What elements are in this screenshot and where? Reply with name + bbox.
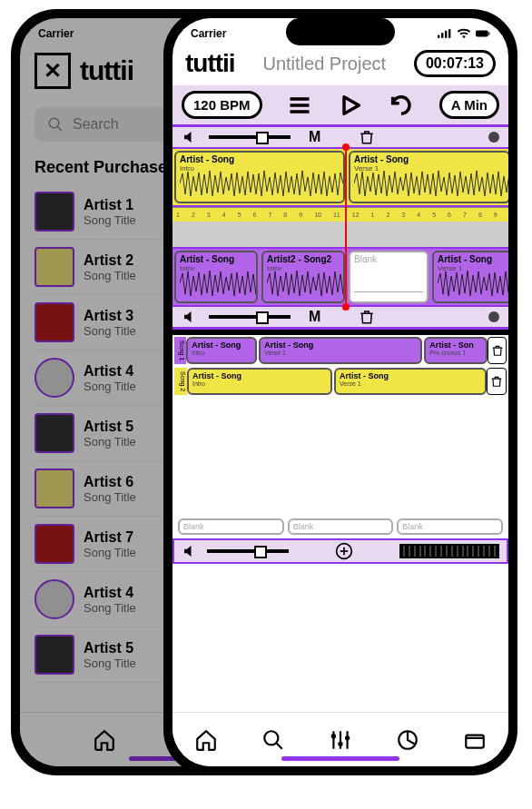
- carrier-label: Carrier: [38, 27, 74, 40]
- master-controls: [172, 538, 508, 564]
- svg-rect-11: [488, 32, 489, 35]
- search-placeholder: Search: [73, 116, 119, 133]
- track-controls: M: [172, 307, 508, 327]
- svg-point-23: [338, 741, 342, 745]
- close-button[interactable]: ✕: [34, 53, 71, 89]
- transport-bar: 120 BPM A Min: [172, 85, 508, 124]
- ruler: 12345678910111212345678910: [172, 207, 508, 222]
- row-label: Song 2: [174, 368, 187, 395]
- master-volume[interactable]: [207, 549, 289, 553]
- svg-line-19: [276, 743, 282, 749]
- waveform: [438, 269, 508, 298]
- foreground-phone: Carrier tuttii Untitled Project 00:07:13…: [163, 9, 517, 775]
- blank-row: Blank Blank Blank: [174, 517, 507, 537]
- svg-rect-6: [438, 35, 439, 38]
- blank-slot[interactable]: Blank: [397, 518, 503, 535]
- playhead[interactable]: [345, 147, 347, 307]
- svg-point-25: [345, 735, 350, 740]
- blank-clip[interactable]: Blank: [349, 251, 429, 303]
- waveform: [354, 169, 508, 198]
- speaker-icon[interactable]: [182, 543, 198, 559]
- blank-slot[interactable]: Blank: [178, 518, 284, 535]
- app-logo: tuttii: [185, 49, 235, 78]
- app-logo: tuttii: [80, 55, 133, 86]
- key-button[interactable]: A Min: [439, 91, 499, 119]
- svg-rect-9: [448, 29, 450, 38]
- svg-rect-7: [441, 33, 443, 38]
- audio-clip[interactable]: Artist2 - Song2 Intro: [261, 251, 345, 303]
- home-icon[interactable]: [93, 728, 116, 752]
- add-icon[interactable]: [335, 542, 353, 560]
- delete-row-button[interactable]: [488, 337, 507, 364]
- volume-slider[interactable]: [209, 315, 291, 319]
- audio-clip[interactable]: Artist - Song Intro: [174, 151, 345, 203]
- track-purple[interactable]: Artist - Song Intro Artist2 - Song2 Intr…: [172, 247, 508, 307]
- svg-point-21: [331, 733, 336, 737]
- signal-icon: [438, 28, 452, 39]
- svg-line-3: [57, 126, 62, 131]
- home-icon[interactable]: [194, 728, 218, 752]
- arr-clip[interactable]: Artist - SongIntro: [187, 368, 332, 395]
- play-icon[interactable]: [338, 93, 363, 118]
- arrangement-panel: Song 1 Artist - SongIntro Artist - SongV…: [172, 335, 508, 538]
- mixer-icon[interactable]: [329, 728, 352, 752]
- arrangement-row: Song 1 Artist - SongIntro Artist - SongV…: [174, 337, 507, 364]
- waveform: [180, 269, 258, 298]
- search-icon[interactable]: [261, 728, 285, 752]
- chart-icon[interactable]: [396, 728, 419, 752]
- row-label: Song 1: [174, 337, 186, 364]
- volume-slider[interactable]: [209, 135, 291, 139]
- arrangement-row: Song 2 Artist - SongIntro Artist - SongV…: [174, 368, 507, 395]
- arr-clip[interactable]: Artist - SongVerse 1: [259, 337, 422, 364]
- undo-icon[interactable]: [389, 93, 414, 118]
- search-icon: [47, 116, 64, 133]
- arr-clip[interactable]: Artist - SongVerse 1: [334, 368, 487, 395]
- blank-slot[interactable]: Blank: [288, 518, 394, 535]
- svg-rect-27: [466, 735, 484, 747]
- svg-point-18: [264, 731, 278, 745]
- delete-row-button[interactable]: [487, 368, 507, 395]
- svg-point-2: [49, 118, 59, 128]
- project-title[interactable]: Untitled Project: [262, 54, 386, 74]
- gap: [172, 222, 508, 247]
- arr-clip[interactable]: Artist - SongIntro: [186, 337, 257, 364]
- track-controls: M: [172, 127, 508, 147]
- level-meter: [399, 544, 499, 558]
- trash-icon: [490, 375, 503, 388]
- home-indicator: [281, 756, 399, 761]
- wallet-icon[interactable]: [463, 728, 487, 752]
- track-indicator: [488, 311, 499, 322]
- mute-button[interactable]: M: [309, 129, 320, 145]
- battery-icon: [476, 28, 490, 39]
- arr-clip[interactable]: Artist - SonPre-chorus 1: [424, 337, 488, 364]
- audio-clip[interactable]: Artist - Song Verse 1: [432, 251, 508, 303]
- trash-icon[interactable]: [359, 309, 375, 325]
- waveform: [267, 269, 345, 298]
- audio-clip[interactable]: Artist - Song Verse 1: [349, 151, 508, 203]
- mute-button[interactable]: M: [309, 309, 320, 325]
- audio-clip[interactable]: Artist - Song Intro: [174, 251, 258, 303]
- wifi-icon: [457, 28, 471, 39]
- notch: [286, 18, 395, 45]
- track-yellow[interactable]: Artist - Song Intro Artist - Song Verse …: [172, 147, 508, 207]
- trash-icon[interactable]: [359, 129, 375, 145]
- time-display: 00:07:13: [414, 50, 496, 77]
- speaker-icon[interactable]: [182, 309, 198, 325]
- menu-icon[interactable]: [287, 93, 312, 118]
- waveform: [180, 169, 343, 198]
- svg-rect-10: [476, 31, 488, 37]
- trash-icon: [491, 344, 504, 357]
- bpm-button[interactable]: 120 BPM: [182, 91, 262, 119]
- carrier-label: Carrier: [191, 27, 226, 40]
- track-indicator: [488, 132, 499, 143]
- svg-rect-8: [445, 31, 447, 38]
- app-header: tuttii Untitled Project 00:07:13: [172, 44, 508, 85]
- speaker-icon[interactable]: [182, 129, 198, 145]
